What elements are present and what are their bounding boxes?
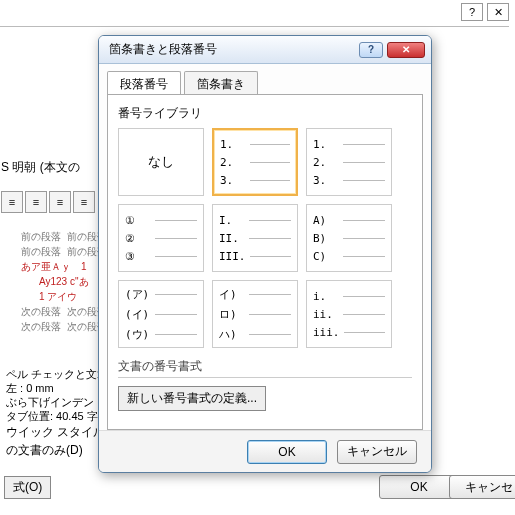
- tabstrip: 段落番号 箇条書き: [107, 70, 423, 94]
- cell-iroha[interactable]: イ) ロ) ハ): [212, 280, 298, 348]
- cell-none[interactable]: なし: [118, 128, 204, 196]
- font-name: S 明朝 (本文の: [1, 159, 80, 176]
- cell-letters-upper[interactable]: A) B) C): [306, 204, 392, 272]
- align-left-icon[interactable]: ≡: [1, 191, 23, 213]
- bullets-numbering-dialog: 箇条書きと段落番号 ? ✕ 段落番号 箇条書き 番号ライブラリ なし 1. 2.…: [98, 35, 432, 473]
- cell-roman-lower[interactable]: i. ii. iii.: [306, 280, 392, 348]
- align-right-icon[interactable]: ≡: [49, 191, 71, 213]
- cell-katakana-paren[interactable]: (ア) (イ) (ウ): [118, 280, 204, 348]
- format-button[interactable]: 式(O): [4, 476, 51, 499]
- titlebar: 箇条書きと段落番号 ? ✕: [99, 36, 431, 64]
- cell-circled-1-2-3[interactable]: ① ② ③: [118, 204, 204, 272]
- modal-title: 箇条書きと段落番号: [109, 41, 217, 58]
- cell-1-2-3-alt[interactable]: 1. 2. 3.: [306, 128, 392, 196]
- define-new-format-button[interactable]: 新しい番号書式の定義...: [118, 386, 266, 411]
- cancel-button-bg[interactable]: キャンセ: [449, 475, 515, 499]
- ok-button-bg[interactable]: OK: [379, 475, 459, 499]
- modal-footer: OK キャンセル: [99, 430, 431, 472]
- tab-panel-numbering: 番号ライブラリ なし 1. 2. 3. 1. 2. 3. ① ②: [107, 94, 423, 430]
- number-library-grid: なし 1. 2. 3. 1. 2. 3. ① ② ③ I: [118, 128, 412, 348]
- help-icon[interactable]: ?: [359, 42, 383, 58]
- document-formats-label: 文書の番号書式: [118, 358, 412, 375]
- ok-button[interactable]: OK: [247, 440, 327, 464]
- align-justify-icon[interactable]: ≡: [73, 191, 95, 213]
- cell-1-2-3-period[interactable]: 1. 2. 3.: [212, 128, 298, 196]
- align-center-icon[interactable]: ≡: [25, 191, 47, 213]
- help-button[interactable]: ?: [461, 3, 483, 21]
- paragraph-align-icons: ≡ ≡ ≡ ≡: [1, 191, 95, 213]
- close-button-bg[interactable]: ✕: [487, 3, 509, 21]
- library-label: 番号ライブラリ: [118, 105, 412, 122]
- cell-roman-upper[interactable]: I. II. III.: [212, 204, 298, 272]
- close-icon[interactable]: ✕: [387, 42, 425, 58]
- cancel-button[interactable]: キャンセル: [337, 440, 417, 464]
